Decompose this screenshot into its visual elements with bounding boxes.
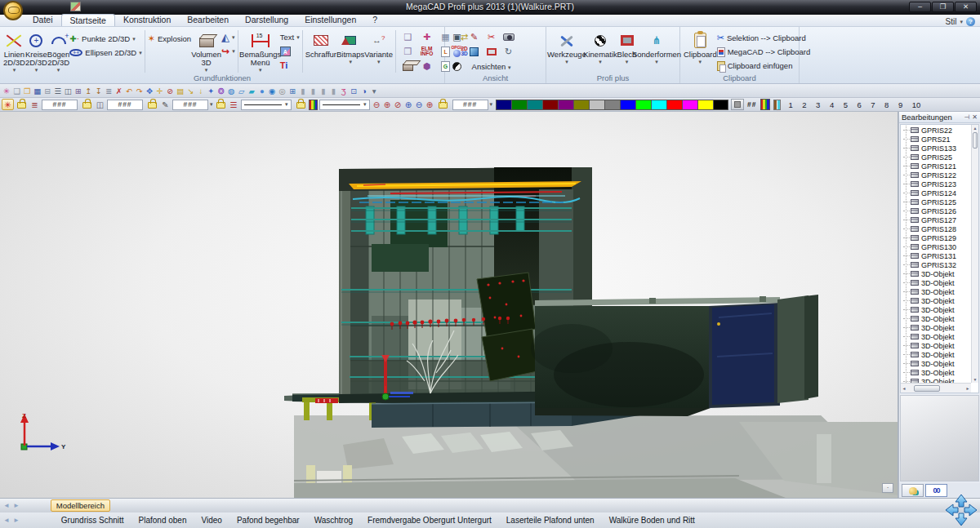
- tree-item[interactable]: GPRIS127: [901, 215, 971, 224]
- material-icon[interactable]: [773, 100, 781, 110]
- tab-konstruktion[interactable]: Konstruktion: [115, 14, 179, 26]
- panel-tab-attributes[interactable]: [902, 484, 924, 497]
- model-3d[interactable]: [0, 112, 898, 498]
- pan-compass[interactable]: [945, 494, 978, 526]
- layer-number-button[interactable]: 4: [830, 100, 834, 109]
- toolbar-icon[interactable]: ▦: [33, 86, 43, 96]
- lock-icon[interactable]: [296, 102, 305, 109]
- nav-left-icon[interactable]: ◄: [3, 517, 10, 524]
- toolbar-icon[interactable]: ▮: [318, 86, 329, 96]
- selektion-clipboard-button[interactable]: Selektion --> Clipboard: [717, 31, 811, 45]
- color-query-button[interactable]: ✚: [421, 31, 433, 42]
- lock-icon[interactable]: [439, 102, 448, 109]
- zoom-icon[interactable]: ⊘: [393, 100, 403, 109]
- perspective-button[interactable]: [451, 60, 463, 72]
- scroll-down-icon[interactable]: ▼: [972, 376, 978, 383]
- sheet-tab[interactable]: Fremdvergabe Obergurt Untergurt: [360, 516, 499, 525]
- tab-einstellungen[interactable]: Einstellungen: [296, 14, 364, 26]
- tree-item[interactable]: 3D-Objekt: [901, 368, 971, 377]
- tree-item[interactable]: GPRS21: [901, 135, 971, 144]
- layer-number-button[interactable]: 9: [898, 100, 902, 109]
- toolbar-icon[interactable]: ▱: [237, 86, 247, 96]
- color-swatch[interactable]: [604, 100, 620, 110]
- layer-number-button[interactable]: 3: [816, 100, 820, 109]
- part-out-button[interactable]: ❒: [402, 46, 414, 57]
- lock-icon[interactable]: [216, 102, 225, 109]
- tree-vertical-scrollbar[interactable]: ▲ ▼: [971, 125, 978, 383]
- tree-item[interactable]: GPRIS123: [901, 180, 971, 189]
- color-swatch[interactable]: [682, 100, 697, 110]
- ansichten-button[interactable]: Ansichten ▾: [472, 62, 511, 71]
- tree-item[interactable]: GPRIS129: [901, 233, 971, 242]
- line-type-combo[interactable]: ▾: [319, 100, 370, 110]
- custom-color-button[interactable]: [731, 99, 744, 110]
- sheet-tab[interactable]: Laserteile Plafond unten: [499, 516, 602, 525]
- scrollbar-thumb[interactable]: [973, 132, 978, 149]
- color-swatch[interactable]: [496, 100, 511, 110]
- toolbar-icon[interactable]: ◑: [359, 86, 370, 96]
- toolbar-icon[interactable]: ❑: [12, 86, 23, 96]
- color-swatch[interactable]: [697, 100, 713, 110]
- toolbar-icon[interactable]: ⊡: [349, 86, 359, 96]
- help-icon[interactable]: ?: [966, 17, 975, 26]
- tree-item[interactable]: GPRIS124: [901, 189, 971, 197]
- tree-item[interactable]: GPRIS126: [901, 206, 971, 215]
- tree-item[interactable]: 3D-Objekt: [901, 305, 971, 314]
- tree-item[interactable]: GPRIS131: [901, 251, 971, 260]
- tree-item[interactable]: GPRIS133: [901, 144, 971, 153]
- toolbar-icon[interactable]: ⊞: [287, 86, 298, 96]
- boegen-button[interactable]: Bögen 2D/3D▾: [47, 29, 69, 73]
- tab-darstellung[interactable]: Darstellung: [237, 14, 296, 26]
- layer-number-button[interactable]: 6: [857, 100, 861, 109]
- toolbar-icon[interactable]: ◍: [226, 86, 237, 96]
- nav-right-icon[interactable]: ►: [13, 517, 20, 524]
- megacad-clipboard-button[interactable]: MegaCAD --> Clipboard: [717, 45, 811, 59]
- kinematik-button[interactable]: Kinematik▾: [584, 29, 617, 64]
- toolbar-icon[interactable]: ▤: [176, 86, 186, 96]
- scrollbar-thumb[interactable]: [914, 385, 940, 392]
- lock-icon[interactable]: [17, 102, 26, 109]
- toolbar-icon[interactable]: ⊘: [165, 86, 176, 96]
- sphere-small-button[interactable]: ⬢: [421, 60, 433, 72]
- color-swatch[interactable]: [558, 100, 573, 110]
- scroll-left-icon[interactable]: ◄: [901, 386, 907, 391]
- tree-item[interactable]: 3D-Objekt: [901, 341, 971, 350]
- sheet-tab[interactable]: Waschtrog: [307, 516, 360, 525]
- layer-number-button[interactable]: 10: [912, 100, 921, 109]
- color-combo[interactable]: ###: [452, 100, 488, 110]
- panel-tab-edits[interactable]: 00: [925, 484, 947, 497]
- toolbar-icon[interactable]: ❒: [22, 86, 33, 96]
- color-swatch[interactable]: [713, 100, 728, 110]
- toolbar-icon[interactable]: ✗: [114, 86, 125, 96]
- zoom-icon[interactable]: ⊖: [372, 100, 382, 109]
- hash-label[interactable]: ##: [747, 100, 756, 109]
- clipboard-einfuegen-button[interactable]: Clipboard einfügen: [717, 59, 811, 73]
- toolbar-icon[interactable]: ✦: [206, 86, 216, 96]
- elm-info-button[interactable]: ELM INFO: [417, 47, 436, 57]
- color-swatch[interactable]: [620, 100, 635, 110]
- color-swatch[interactable]: [589, 100, 604, 110]
- sheet-tab[interactable]: Walküre Boden und Ritt: [602, 516, 702, 525]
- layer-number-button[interactable]: 8: [884, 100, 889, 109]
- tree-item[interactable]: GPRIS132: [901, 260, 971, 269]
- cut-view-button[interactable]: ✂: [485, 31, 497, 42]
- tree-item[interactable]: GPRIS130: [901, 242, 971, 251]
- toolbar-icon[interactable]: ▮: [308, 86, 318, 96]
- model-viewport[interactable]: Z Y ·: [0, 112, 898, 498]
- pin-icon[interactable]: ⊣: [964, 113, 969, 121]
- tab-bearbeiten[interactable]: Bearbeiten: [179, 14, 237, 26]
- quick-access-icon[interactable]: [70, 2, 81, 11]
- toolbar-icon[interactable]: ↧: [94, 86, 105, 96]
- clipboard-button[interactable]: Clipboard▾: [684, 29, 717, 64]
- kreise-button[interactable]: Kreise 2D/3D▾: [25, 29, 47, 73]
- tree-item[interactable]: GPRIS125: [901, 197, 971, 206]
- color-swatch[interactable]: [651, 100, 666, 110]
- color-swatch[interactable]: [527, 100, 542, 110]
- toolbar-icon[interactable]: ✥: [145, 86, 155, 96]
- layer-icon[interactable]: ≣: [29, 100, 40, 110]
- group-combo[interactable]: ###: [107, 100, 143, 110]
- bitmaps-button[interactable]: Bitmaps▾: [336, 29, 364, 64]
- cube-small-button[interactable]: [402, 60, 414, 72]
- render-tools-button[interactable]: ✎: [468, 31, 480, 42]
- ellipsen-button[interactable]: Ellipsen 2D/3D▾: [69, 46, 141, 60]
